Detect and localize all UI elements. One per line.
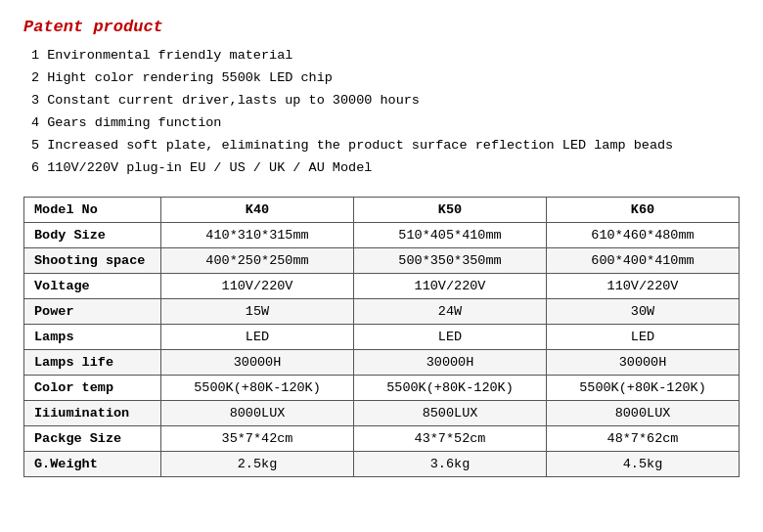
row-value: 600*400*410mm (547, 247, 740, 273)
feature-item: 6 110V/220V plug-in EU / US / UK / AU Mo… (31, 158, 740, 179)
row-label: Shooting space (24, 247, 161, 273)
row-value: 610*460*480mm (547, 222, 740, 247)
row-value: 4.5kg (547, 451, 740, 476)
table-row: Lamps life30000H30000H30000H (24, 349, 740, 375)
row-value: 500*350*350mm (354, 247, 547, 273)
row-value: 30000H (161, 349, 354, 375)
table-row: LampsLEDLEDLED (24, 324, 740, 349)
table-row: Body Size410*310*315mm510*405*410mm610*4… (24, 222, 740, 247)
table-header-model-no: Model No (24, 197, 161, 222)
feature-item: 4 Gears dimming function (31, 113, 740, 134)
row-value: 2.5kg (161, 451, 354, 476)
row-label: Color temp (24, 375, 161, 400)
patent-title: Patent product (23, 18, 740, 36)
row-value: LED (547, 324, 740, 349)
row-value: 410*310*315mm (161, 222, 354, 247)
table-row: Packge Size35*7*42cm43*7*52cm48*7*62cm (24, 425, 740, 451)
row-value: 510*405*410mm (354, 222, 547, 247)
table-row: Voltage110V/220V110V/220V110V/220V (24, 273, 740, 298)
table-header-k50: K50 (354, 197, 547, 222)
row-label: Lamps life (24, 349, 161, 375)
row-value: 24W (354, 298, 547, 324)
table-row: G.Weight2.5kg3.6kg4.5kg (24, 451, 740, 476)
table-header-row: Model NoK40K50K60 (24, 197, 740, 222)
row-label: Lamps (24, 324, 161, 349)
row-value: LED (354, 324, 547, 349)
row-value: 8500LUX (354, 400, 547, 425)
row-label: G.Weight (24, 451, 161, 476)
table-body: Body Size410*310*315mm510*405*410mm610*4… (24, 222, 740, 476)
row-value: 8000LUX (161, 400, 354, 425)
table-row: Color temp5500K(+80K-120K)5500K(+80K-120… (24, 375, 740, 400)
row-value: 3.6kg (354, 451, 547, 476)
row-value: 110V/220V (547, 273, 740, 298)
row-value: 110V/220V (354, 273, 547, 298)
row-value: 43*7*52cm (354, 425, 547, 451)
feature-item: 2 Hight color rendering 5500k LED chip (31, 68, 740, 89)
row-value: 30000H (547, 349, 740, 375)
specs-table: Model NoK40K50K60 Body Size410*310*315mm… (23, 197, 740, 477)
table-row: Iiiumination8000LUX8500LUX8000LUX (24, 400, 740, 425)
table-header-k60: K60 (547, 197, 740, 222)
row-value: 30W (547, 298, 740, 324)
row-value: 15W (161, 298, 354, 324)
table-header-k40: K40 (161, 197, 354, 222)
row-value: 5500K(+80K-120K) (547, 375, 740, 400)
row-value: 400*250*250mm (161, 247, 354, 273)
row-value: 35*7*42cm (161, 425, 354, 451)
row-label: Body Size (24, 222, 161, 247)
row-value: 8000LUX (547, 400, 740, 425)
table-row: Shooting space400*250*250mm500*350*350mm… (24, 247, 740, 273)
row-label: Iiiumination (24, 400, 161, 425)
row-value: 5500K(+80K-120K) (161, 375, 354, 400)
row-value: 5500K(+80K-120K) (354, 375, 547, 400)
table-row: Power15W24W30W (24, 298, 740, 324)
feature-item: 3 Constant current driver,lasts up to 30… (31, 91, 740, 111)
features-list: 1 Environmental friendly material2 Hight… (23, 46, 740, 179)
row-value: 110V/220V (161, 273, 354, 298)
row-label: Power (24, 298, 161, 324)
row-value: 48*7*62cm (547, 425, 740, 451)
feature-item: 1 Environmental friendly material (31, 46, 740, 66)
feature-item: 5 Increased soft plate, eliminating the … (31, 136, 740, 156)
row-value: 30000H (354, 349, 547, 375)
row-label: Voltage (24, 273, 161, 298)
row-label: Packge Size (24, 425, 161, 451)
row-value: LED (161, 324, 354, 349)
